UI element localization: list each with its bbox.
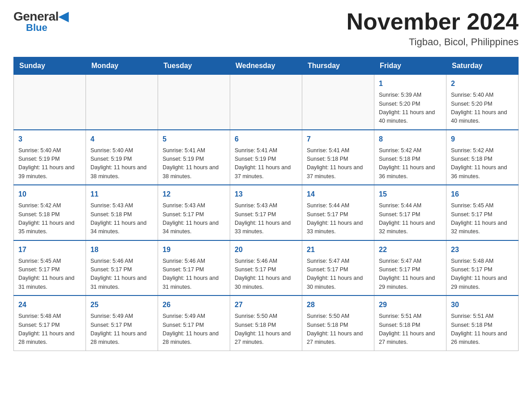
logo: General◀ Blue [13, 9, 68, 34]
day-number: 21 [307, 244, 369, 255]
weekday-header-wednesday: Wednesday [230, 57, 302, 75]
weekday-header-saturday: Saturday [446, 57, 519, 75]
calendar-cell: 24Sunrise: 5:48 AM Sunset: 5:17 PM Dayli… [14, 295, 86, 351]
cell-sun-info: Sunrise: 5:40 AM Sunset: 5:20 PM Dayligh… [451, 91, 514, 126]
day-number: 28 [307, 300, 369, 310]
cell-sun-info: Sunrise: 5:42 AM Sunset: 5:18 PM Dayligh… [379, 146, 442, 181]
cell-sun-info: Sunrise: 5:42 AM Sunset: 5:18 PM Dayligh… [451, 146, 514, 181]
day-number: 1 [379, 78, 442, 89]
weekday-header-tuesday: Tuesday [158, 57, 230, 75]
cell-sun-info: Sunrise: 5:42 AM Sunset: 5:18 PM Dayligh… [18, 201, 81, 236]
calendar-cell: 16Sunrise: 5:45 AM Sunset: 5:17 PM Dayli… [446, 185, 519, 240]
cell-sun-info: Sunrise: 5:51 AM Sunset: 5:18 PM Dayligh… [451, 312, 514, 347]
calendar-week-row: 24Sunrise: 5:48 AM Sunset: 5:17 PM Dayli… [14, 295, 519, 351]
page-header: General◀ Blue November 2024 Tigbao, Bico… [13, 9, 519, 48]
calendar-cell: 3Sunrise: 5:40 AM Sunset: 5:19 PM Daylig… [14, 130, 86, 185]
day-number: 22 [379, 244, 442, 255]
day-number: 13 [235, 189, 297, 200]
logo-blue-text: Blue [26, 22, 47, 34]
day-number: 29 [379, 300, 442, 310]
day-number: 14 [307, 189, 369, 200]
cell-sun-info: Sunrise: 5:44 AM Sunset: 5:17 PM Dayligh… [379, 201, 442, 236]
calendar-cell: 8Sunrise: 5:42 AM Sunset: 5:18 PM Daylig… [374, 130, 446, 185]
calendar-cell: 28Sunrise: 5:50 AM Sunset: 5:18 PM Dayli… [302, 295, 374, 351]
day-number: 3 [18, 134, 81, 145]
calendar-cell: 1Sunrise: 5:39 AM Sunset: 5:20 PM Daylig… [374, 75, 446, 130]
location-subtitle: Tigbao, Bicol, Philippines [347, 36, 519, 48]
logo-arrow-icon: ◀ [59, 9, 69, 23]
calendar-cell: 20Sunrise: 5:46 AM Sunset: 5:17 PM Dayli… [230, 240, 302, 296]
calendar-cell [302, 75, 374, 130]
calendar-week-row: 3Sunrise: 5:40 AM Sunset: 5:19 PM Daylig… [14, 130, 519, 185]
month-year-title: November 2024 [347, 9, 519, 34]
cell-sun-info: Sunrise: 5:41 AM Sunset: 5:18 PM Dayligh… [307, 146, 369, 181]
calendar-cell: 11Sunrise: 5:43 AM Sunset: 5:18 PM Dayli… [86, 185, 158, 240]
cell-sun-info: Sunrise: 5:46 AM Sunset: 5:17 PM Dayligh… [90, 257, 153, 292]
weekday-header-thursday: Thursday [302, 57, 374, 75]
calendar-cell: 15Sunrise: 5:44 AM Sunset: 5:17 PM Dayli… [374, 185, 446, 240]
calendar-cell: 6Sunrise: 5:41 AM Sunset: 5:19 PM Daylig… [230, 130, 302, 185]
cell-sun-info: Sunrise: 5:47 AM Sunset: 5:17 PM Dayligh… [379, 257, 442, 292]
cell-sun-info: Sunrise: 5:43 AM Sunset: 5:17 PM Dayligh… [235, 201, 297, 236]
calendar-cell: 14Sunrise: 5:44 AM Sunset: 5:17 PM Dayli… [302, 185, 374, 240]
cell-sun-info: Sunrise: 5:45 AM Sunset: 5:17 PM Dayligh… [451, 201, 514, 236]
cell-sun-info: Sunrise: 5:47 AM Sunset: 5:17 PM Dayligh… [307, 257, 369, 292]
day-number: 20 [235, 244, 297, 255]
cell-sun-info: Sunrise: 5:41 AM Sunset: 5:19 PM Dayligh… [235, 146, 297, 181]
cell-sun-info: Sunrise: 5:43 AM Sunset: 5:17 PM Dayligh… [163, 201, 225, 236]
calendar-cell: 21Sunrise: 5:47 AM Sunset: 5:17 PM Dayli… [302, 240, 374, 296]
calendar-cell: 12Sunrise: 5:43 AM Sunset: 5:17 PM Dayli… [158, 185, 230, 240]
weekday-header-sunday: Sunday [14, 57, 86, 75]
calendar-cell: 17Sunrise: 5:45 AM Sunset: 5:17 PM Dayli… [14, 240, 86, 296]
day-number: 26 [163, 300, 225, 310]
day-number: 30 [451, 300, 514, 310]
day-number: 17 [18, 244, 81, 255]
calendar-header-row: SundayMondayTuesdayWednesdayThursdayFrid… [14, 57, 519, 75]
day-number: 9 [451, 134, 514, 145]
cell-sun-info: Sunrise: 5:39 AM Sunset: 5:20 PM Dayligh… [379, 91, 442, 126]
cell-sun-info: Sunrise: 5:48 AM Sunset: 5:17 PM Dayligh… [451, 257, 514, 292]
calendar-cell: 27Sunrise: 5:50 AM Sunset: 5:18 PM Dayli… [230, 295, 302, 351]
calendar-cell: 4Sunrise: 5:40 AM Sunset: 5:19 PM Daylig… [86, 130, 158, 185]
day-number: 11 [90, 189, 153, 200]
calendar-cell: 7Sunrise: 5:41 AM Sunset: 5:18 PM Daylig… [302, 130, 374, 185]
day-number: 24 [18, 300, 81, 310]
cell-sun-info: Sunrise: 5:50 AM Sunset: 5:18 PM Dayligh… [307, 312, 369, 347]
calendar-table: SundayMondayTuesdayWednesdayThursdayFrid… [13, 57, 519, 351]
day-number: 4 [90, 134, 153, 145]
calendar-cell: 5Sunrise: 5:41 AM Sunset: 5:19 PM Daylig… [158, 130, 230, 185]
cell-sun-info: Sunrise: 5:48 AM Sunset: 5:17 PM Dayligh… [18, 312, 81, 347]
cell-sun-info: Sunrise: 5:40 AM Sunset: 5:19 PM Dayligh… [90, 146, 153, 181]
cell-sun-info: Sunrise: 5:49 AM Sunset: 5:17 PM Dayligh… [163, 312, 225, 347]
day-number: 15 [379, 189, 442, 200]
weekday-header-monday: Monday [86, 57, 158, 75]
calendar-week-row: 1Sunrise: 5:39 AM Sunset: 5:20 PM Daylig… [14, 75, 519, 130]
calendar-cell: 10Sunrise: 5:42 AM Sunset: 5:18 PM Dayli… [14, 185, 86, 240]
day-number: 16 [451, 189, 514, 200]
day-number: 7 [307, 134, 369, 145]
calendar-title-block: November 2024 Tigbao, Bicol, Philippines [347, 9, 519, 48]
calendar-week-row: 17Sunrise: 5:45 AM Sunset: 5:17 PM Dayli… [14, 240, 519, 296]
day-number: 2 [451, 78, 514, 89]
day-number: 23 [451, 244, 514, 255]
cell-sun-info: Sunrise: 5:50 AM Sunset: 5:18 PM Dayligh… [235, 312, 297, 347]
day-number: 27 [235, 300, 297, 310]
cell-sun-info: Sunrise: 5:46 AM Sunset: 5:17 PM Dayligh… [163, 257, 225, 292]
calendar-cell: 23Sunrise: 5:48 AM Sunset: 5:17 PM Dayli… [446, 240, 519, 296]
cell-sun-info: Sunrise: 5:43 AM Sunset: 5:18 PM Dayligh… [90, 201, 153, 236]
calendar-cell: 30Sunrise: 5:51 AM Sunset: 5:18 PM Dayli… [446, 295, 519, 351]
calendar-cell: 29Sunrise: 5:51 AM Sunset: 5:18 PM Dayli… [374, 295, 446, 351]
cell-sun-info: Sunrise: 5:44 AM Sunset: 5:17 PM Dayligh… [307, 201, 369, 236]
calendar-cell [158, 75, 230, 130]
calendar-cell [14, 75, 86, 130]
day-number: 25 [90, 300, 153, 310]
day-number: 5 [163, 134, 225, 145]
day-number: 18 [90, 244, 153, 255]
weekday-header-friday: Friday [374, 57, 446, 75]
day-number: 8 [379, 134, 442, 145]
calendar-week-row: 10Sunrise: 5:42 AM Sunset: 5:18 PM Dayli… [14, 185, 519, 240]
calendar-cell: 22Sunrise: 5:47 AM Sunset: 5:17 PM Dayli… [374, 240, 446, 296]
day-number: 19 [163, 244, 225, 255]
calendar-cell: 2Sunrise: 5:40 AM Sunset: 5:20 PM Daylig… [446, 75, 519, 130]
day-number: 6 [235, 134, 297, 145]
